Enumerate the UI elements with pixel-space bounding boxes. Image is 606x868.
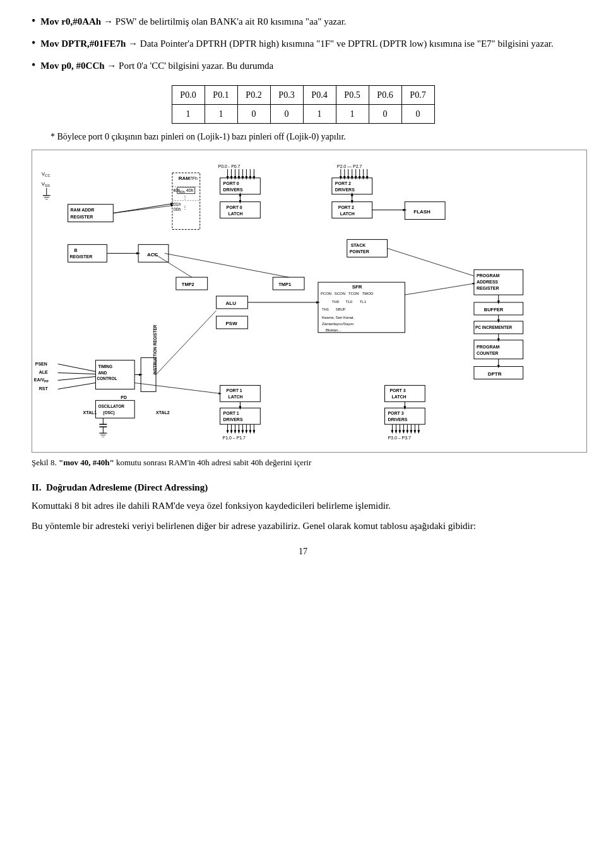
port3-latch-label2: LATCH — [391, 395, 406, 399]
svg-line-68 — [387, 248, 473, 276]
tmp1-label: TMP1 — [278, 282, 291, 287]
diagram-svg: VCC VSS RAM 7Fh 40h 40h 40h 01h 00h ⋮ ⋮ … — [32, 150, 586, 452]
svg-text:⋮: ⋮ — [182, 194, 187, 200]
p0-label: P0.0 - P0.7 — [218, 164, 241, 169]
table-header-row: P0.0 P0.1 P0.2 P0.3 P0.4 P0.5 P0.6 P0.7 — [172, 86, 434, 105]
sfr-pcon: PCON — [321, 292, 331, 295]
pc-inc-label: PC INCREMENTER — [475, 325, 513, 330]
port2-drivers-block — [332, 178, 372, 194]
p2-label: P2.0 — P2.7 — [337, 164, 362, 169]
section-ii-para2: Bu yöntemle bir adresteki veriyi belirle… — [32, 518, 574, 533]
ram-addr-label: RAM ADDR — [71, 208, 95, 212]
bits-table: P0.0 P0.1 P0.2 P0.3 P0.4 P0.5 P0.6 P0.7 … — [172, 85, 435, 124]
ram-01h: 01h — [174, 202, 181, 206]
port0-drivers-block — [220, 178, 261, 194]
instruction-reg-label: INSTRUCTION REGISTER — [153, 324, 157, 374]
svg-line-46 — [58, 377, 96, 381]
port1-latch-label1: PORT 1 — [227, 388, 242, 393]
port3-drivers-label1: PORT 3 — [388, 411, 403, 415]
svg-line-44 — [58, 364, 96, 372]
svg-line-47 — [58, 383, 96, 389]
sfr-th0: TH0 — [332, 300, 340, 304]
ea-vpp-label: EA/VPP — [34, 378, 49, 383]
sfr-tl0: TL0 — [346, 300, 353, 304]
rst-label: RST — [39, 386, 49, 391]
val-p02: 0 — [237, 105, 270, 124]
table-value-row: 1 1 0 0 1 1 0 0 — [172, 105, 434, 124]
b-register-block — [68, 244, 107, 262]
osc-label1: OSCILLATOR — [98, 404, 124, 408]
bullet-2: • Mov DPTR,#01FE7h → Data Pointer'a DPTR… — [32, 35, 574, 52]
port0-drivers-label2: DRIVERS — [223, 187, 243, 192]
port3-drivers-block — [385, 408, 425, 424]
svg-line-60 — [153, 253, 192, 277]
caption-bold: "mov 40, #40h" — [59, 458, 114, 467]
vcc-label: VCC — [42, 171, 51, 177]
header-p07: P0.7 — [401, 86, 434, 105]
par-label1: PROGRAM — [477, 273, 500, 278]
stack-pointer-label2: POINTER — [350, 249, 369, 254]
port3-latch-label1: PORT 3 — [389, 388, 405, 393]
b-register-label: B — [74, 248, 78, 253]
bullet-dot-3: • — [32, 57, 35, 74]
port1-drivers-label2: DRIVERS — [223, 417, 243, 422]
port2-latch-label2: LATCH — [340, 211, 355, 216]
sfr-kesme3: Blokları... — [326, 328, 342, 332]
buffer-label: BUFFER — [484, 307, 504, 312]
sfr-scon: SCON — [335, 292, 345, 295]
figure-caption: Şekil 8. "mov 40, #40h" komutu sonrası R… — [32, 456, 574, 469]
header-p03: P0.3 — [270, 86, 303, 105]
psw-label: PSW — [226, 321, 238, 326]
timing-label1: TIMING — [98, 364, 112, 369]
header-p05: P0.5 — [336, 86, 369, 105]
val-p07: 0 — [401, 105, 434, 124]
port2-drivers-label1: PORT 2 — [335, 181, 351, 186]
acc-label: ACC — [147, 252, 158, 258]
ale-label: ALE — [39, 370, 48, 374]
timing-label2: AND — [98, 371, 107, 375]
svg-line-73 — [156, 311, 217, 375]
port1-drivers-label1: PORT 1 — [223, 411, 239, 415]
xtal2-label: XTAL2 — [156, 410, 170, 415]
port1-latch-block — [220, 385, 261, 401]
port3-latch-block — [385, 385, 425, 401]
bullet-dot-1: • — [32, 13, 35, 30]
header-p00: P0.0 — [172, 86, 205, 105]
pc-label2: COUNTER — [477, 351, 498, 355]
block-diagram: VCC VSS RAM 7Fh 40h 40h 40h 01h 00h ⋮ ⋮ … — [32, 150, 587, 453]
svg-text:⋮: ⋮ — [182, 205, 187, 210]
bullet-dot-2: • — [32, 35, 35, 52]
caption-suffix: komutu sonrası RAM'in 40h adresi sabit 4… — [116, 458, 311, 467]
bits-table-section: P0.0 P0.1 P0.2 P0.3 P0.4 P0.5 P0.6 P0.7 … — [32, 85, 574, 124]
sfr-kesme1: Kesme, Seri Kanal, — [322, 316, 354, 319]
ram-addr-label2: REGISTER — [71, 215, 93, 219]
ram-40h-right: 40h — [186, 188, 194, 193]
port1-latch-label2: LATCH — [229, 395, 243, 399]
port2-latch-label1: PORT 2 — [338, 205, 354, 210]
arrow-3: → — [107, 61, 119, 71]
tmp2-label: TMP2 — [182, 282, 194, 287]
val-p01: 1 — [205, 105, 237, 124]
sfr-th1: TH1 — [322, 307, 330, 311]
port3-drivers-label2: DRIVERS — [388, 417, 407, 422]
header-p01: P0.1 — [205, 86, 237, 105]
flash-label: FLASH — [413, 209, 431, 215]
ram-7fh: 7Fh — [190, 176, 198, 181]
dptr-label: DPTR — [488, 371, 502, 377]
pd-label: PD — [121, 395, 127, 400]
ram-00h: 00h — [174, 207, 181, 211]
osc-label2: (OSC) — [103, 410, 114, 415]
vss-label: VSS — [42, 181, 50, 187]
val-p06: 0 — [369, 105, 401, 124]
arrow-2: → — [128, 39, 140, 49]
asterisk-note: * Böylece port 0 çıkışının bazı pinleri … — [50, 130, 574, 143]
sfr-sbuf: SBUF — [336, 307, 346, 311]
bullet-3: • Mov p0, #0CCh → Port 0'a 'CC' bilgisin… — [32, 57, 574, 74]
section-ii-heading: II. Doğrudan Adresleme (Direct Adressing… — [32, 480, 574, 495]
bullet-text-2: Mov DPTR,#01FE7h → Data Pointer'a DPTRH … — [40, 37, 553, 51]
header-p06: P0.6 — [369, 86, 401, 105]
sfr-kesme2: Zamanlayıcı/Sayıcı — [322, 322, 354, 326]
bullet-text-3: Mov p0, #0CCh → Port 0'a 'CC' bilgisini … — [40, 59, 273, 73]
arrow-1: → — [104, 16, 116, 27]
sfr-title: SFR — [352, 284, 362, 290]
